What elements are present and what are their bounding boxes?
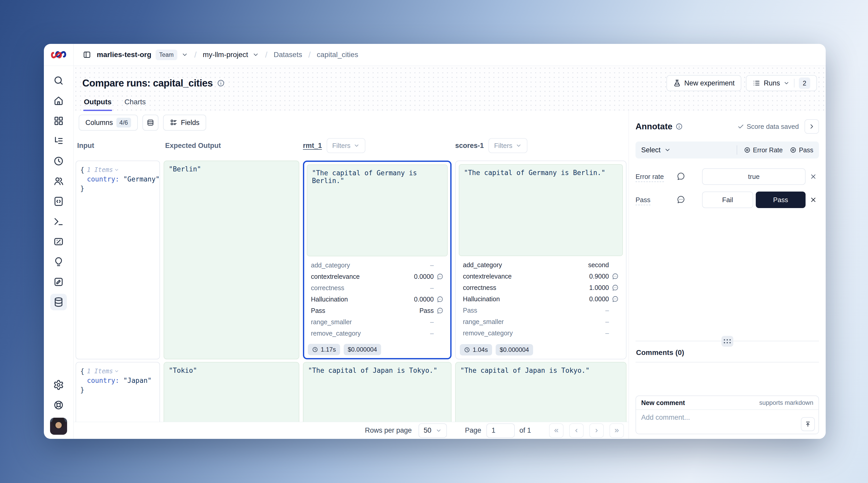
- row-height-button[interactable]: [143, 115, 158, 131]
- score-row[interactable]: contextrelevance0.0000: [308, 271, 446, 282]
- latency-badge[interactable]: 1.17s: [308, 344, 340, 355]
- score-row[interactable]: add_categorysecond: [460, 259, 621, 271]
- score-chip-pass[interactable]: Pass: [790, 146, 813, 154]
- divider: [737, 145, 737, 155]
- chevron-down-icon[interactable]: [114, 369, 119, 374]
- input-cell[interactable]: {1 Items country: "Japan" }: [75, 362, 160, 422]
- clear-score-button[interactable]: [808, 191, 819, 208]
- sidebar-item-queries[interactable]: [50, 213, 67, 230]
- tab-charts[interactable]: Charts: [124, 98, 146, 111]
- json-items-count[interactable]: 1 Items: [87, 165, 113, 175]
- next-page-button[interactable]: ›: [589, 423, 604, 438]
- app-logo[interactable]: [44, 44, 73, 66]
- last-page-button[interactable]: »: [610, 423, 624, 438]
- fields-button[interactable]: Fields: [163, 115, 206, 131]
- score-row[interactable]: remove_category–: [308, 328, 446, 339]
- error-rate-input[interactable]: [702, 168, 806, 185]
- sidebar-item-playground[interactable]: [50, 274, 67, 290]
- score-row[interactable]: range_smaller–: [308, 316, 446, 328]
- run1-output-cell-selected[interactable]: "The capital of Germany is Berlin." add_…: [303, 160, 452, 359]
- comment-textarea[interactable]: [636, 410, 818, 434]
- sidebar-item-datasets[interactable]: [50, 294, 67, 310]
- chevron-down-icon[interactable]: [181, 51, 188, 58]
- json-value: "Japan": [123, 376, 152, 385]
- score-row[interactable]: remove_category–: [460, 327, 621, 339]
- sidebar-item-evaluation[interactable]: [50, 233, 67, 250]
- breadcrumb-dataset-name[interactable]: capital_cities: [317, 51, 358, 59]
- score-row[interactable]: Hallucination0.0000: [308, 294, 446, 305]
- score-row[interactable]: correctness1.0000: [460, 282, 621, 293]
- table-header-row: Input Expected Output rmt_1 Filters scor…: [73, 134, 628, 157]
- comments-heading: Comments (0): [636, 349, 819, 362]
- score-row[interactable]: PassPass: [308, 305, 446, 316]
- page-number-input[interactable]: [486, 423, 515, 438]
- previous-page-button[interactable]: ‹: [569, 423, 584, 438]
- score-row[interactable]: range_smaller–: [460, 316, 621, 327]
- chevron-down-icon[interactable]: [252, 51, 259, 58]
- table-body: {1 Items country: "Germany" } "Berlin" "…: [73, 157, 628, 422]
- comment-bubble-icon[interactable]: [437, 296, 443, 303]
- score-row[interactable]: contextrelevance0.9000: [460, 271, 621, 282]
- run2-filters-button[interactable]: Filters: [489, 138, 527, 153]
- expected-output-cell[interactable]: "Berlin": [163, 160, 299, 359]
- database-icon: [53, 297, 64, 307]
- sidebar-item-schemas[interactable]: [50, 193, 67, 210]
- cost-badge[interactable]: $0.000004: [496, 344, 533, 356]
- breadcrumb-datasets[interactable]: Datasets: [274, 51, 302, 59]
- pass-option-button[interactable]: Pass: [756, 191, 806, 208]
- info-icon[interactable]: [217, 79, 225, 87]
- add-comment-button[interactable]: [676, 172, 686, 181]
- runs-dropdown-button[interactable]: Runs 2: [746, 75, 817, 91]
- score-chip-error-rate[interactable]: Error Rate: [744, 146, 783, 154]
- sidebar-toggle-button[interactable]: [81, 49, 93, 60]
- score-row[interactable]: add_category–: [308, 260, 446, 271]
- breadcrumb-project[interactable]: my-llm-project: [203, 51, 248, 59]
- rows-per-page-select[interactable]: 50: [418, 423, 447, 438]
- columns-button[interactable]: Columns 4/6: [79, 115, 138, 131]
- expected-output-cell[interactable]: "Tokio": [163, 362, 299, 422]
- score-config-select[interactable]: Select: [641, 146, 671, 154]
- breadcrumb-org[interactable]: marlies-test-org: [97, 51, 151, 59]
- comment-bubble-icon[interactable]: [437, 273, 443, 280]
- tab-outputs[interactable]: Outputs: [83, 98, 112, 111]
- chevron-down-icon[interactable]: [114, 167, 119, 173]
- comment-bubble-icon[interactable]: [612, 284, 619, 291]
- comment-bubble-icon[interactable]: [437, 307, 443, 314]
- run2-output-cell[interactable]: "The capital of Germany is Berlin." add_…: [455, 160, 626, 359]
- json-items-count[interactable]: 1 Items: [87, 367, 113, 376]
- sidebar-item-prompts[interactable]: [50, 253, 67, 270]
- comment-bubble-icon[interactable]: [612, 296, 619, 303]
- score-row[interactable]: Hallucination0.0000: [460, 293, 621, 305]
- run2-output-cell[interactable]: "The capital of Japan is Tokyo.": [455, 362, 626, 422]
- score-row[interactable]: correctness–: [308, 282, 446, 294]
- run1-output-cell[interactable]: "The capital of Japan is Tokyo.": [303, 362, 452, 422]
- cost-badge[interactable]: $0.000004: [344, 344, 381, 355]
- sidebar-item-tracing[interactable]: [50, 133, 67, 149]
- dashboard-grid-icon: [53, 115, 64, 126]
- sidebar-item-settings[interactable]: [50, 376, 67, 393]
- sidebar-item-search[interactable]: [50, 72, 67, 89]
- info-icon[interactable]: [676, 123, 683, 130]
- collapse-panel-button[interactable]: [805, 119, 819, 134]
- new-experiment-button[interactable]: New experiment: [666, 75, 741, 91]
- clear-score-button[interactable]: [808, 168, 819, 185]
- run1-name-link[interactable]: rmt_1: [303, 142, 322, 150]
- run2-name-link[interactable]: scores-1: [455, 142, 484, 150]
- run-output-text: "The capital of Japan is Tokyo.": [308, 367, 437, 374]
- add-comment-button[interactable]: [676, 195, 686, 205]
- fail-option-button[interactable]: Fail: [702, 191, 753, 208]
- sidebar-item-support[interactable]: [50, 397, 67, 413]
- submit-comment-button[interactable]: [801, 417, 815, 431]
- sidebar-item-users[interactable]: [50, 173, 67, 189]
- input-cell[interactable]: {1 Items country: "Germany" }: [75, 160, 160, 359]
- first-page-button[interactable]: «: [549, 423, 563, 438]
- run1-filters-button[interactable]: Filters: [327, 138, 366, 153]
- sidebar-item-home[interactable]: [50, 92, 67, 109]
- sidebar-item-sessions[interactable]: [50, 153, 67, 169]
- score-row[interactable]: Pass–: [460, 305, 621, 316]
- latency-badge[interactable]: 1.04s: [460, 344, 492, 356]
- sidebar-item-dashboards[interactable]: [50, 113, 67, 129]
- comment-bubble-icon[interactable]: [612, 273, 619, 280]
- drag-handle[interactable]: [721, 336, 733, 347]
- user-avatar[interactable]: [50, 418, 67, 435]
